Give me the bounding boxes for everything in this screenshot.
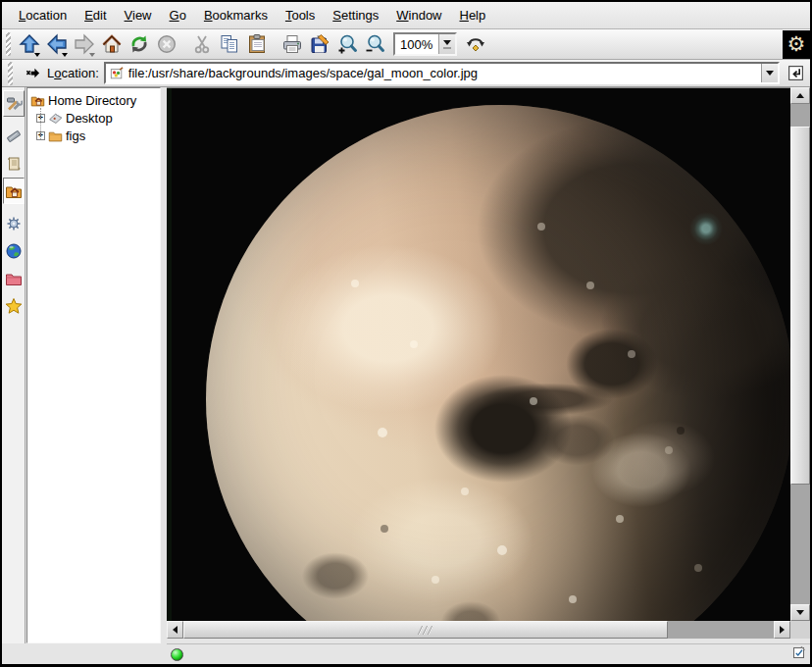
main-toolbar: 100% ⚙ bbox=[2, 29, 810, 60]
save-image-icon bbox=[309, 33, 330, 55]
scroll-left-button[interactable] bbox=[167, 621, 183, 639]
konqueror-window: Location Edit View Go Bookmarks Tools Se… bbox=[0, 0, 812, 667]
menu-go[interactable]: Go bbox=[161, 4, 195, 26]
panel-root-directory-button[interactable] bbox=[3, 265, 25, 291]
folder-tree-panel: Home Directory + Desktop + figs bbox=[26, 87, 161, 643]
rotate-button[interactable] bbox=[462, 30, 489, 59]
location-label: Location: bbox=[47, 66, 99, 80]
network-icon bbox=[5, 242, 23, 260]
arrow-left-icon bbox=[173, 626, 178, 634]
zoom-level-combo[interactable]: 100% bbox=[393, 32, 457, 56]
menu-window[interactable]: Window bbox=[387, 4, 450, 26]
menu-tools[interactable]: Tools bbox=[277, 4, 324, 26]
up-button[interactable] bbox=[16, 30, 43, 59]
toolbar-drag-handle[interactable] bbox=[6, 32, 11, 56]
moon-image bbox=[206, 105, 790, 621]
tree-item-label[interactable]: Desktop bbox=[66, 111, 113, 126]
locationbar-drag-handle[interactable] bbox=[8, 62, 13, 85]
clear-location-icon bbox=[25, 66, 40, 80]
stop-button bbox=[153, 30, 180, 59]
back-dropdown-caret[interactable] bbox=[62, 53, 68, 57]
scrollbar-corner bbox=[790, 621, 810, 639]
location-combobox[interactable]: file:/usr/share/backgrounds/images/space… bbox=[104, 62, 780, 84]
panel-bookmarks-button[interactable] bbox=[3, 292, 25, 319]
thumb-grip bbox=[428, 626, 433, 635]
up-dropdown-caret[interactable] bbox=[34, 53, 40, 57]
horizontal-scroll-thumb[interactable] bbox=[183, 621, 668, 639]
desktop-icon bbox=[48, 111, 63, 126]
tree-item-label[interactable]: Home Directory bbox=[48, 93, 136, 108]
location-dropdown-button[interactable] bbox=[761, 64, 778, 82]
combo-underline bbox=[443, 47, 451, 49]
home-button[interactable] bbox=[98, 30, 126, 59]
zoom-in-button[interactable] bbox=[333, 30, 361, 59]
status-bar bbox=[167, 643, 810, 664]
rotate-icon bbox=[465, 33, 486, 55]
save-image-button[interactable] bbox=[306, 30, 333, 59]
cut-button bbox=[188, 30, 216, 59]
status-led bbox=[171, 648, 183, 661]
forward-button bbox=[71, 30, 98, 59]
back-button[interactable] bbox=[43, 30, 71, 59]
view-note-icon[interactable] bbox=[792, 645, 806, 663]
scroll-up-button[interactable] bbox=[790, 87, 810, 104]
window-chrome: Location Edit View Go Bookmarks Tools Se… bbox=[2, 2, 810, 664]
panel-history-button[interactable] bbox=[3, 150, 25, 177]
menu-bar: Location Edit View Go Bookmarks Tools Se… bbox=[2, 2, 810, 29]
tree-guide-line bbox=[40, 108, 41, 139]
go-icon bbox=[787, 64, 805, 82]
image-view bbox=[167, 87, 790, 621]
menu-view[interactable]: View bbox=[116, 4, 161, 26]
tree-item-home-directory[interactable]: Home Directory bbox=[27, 91, 160, 109]
scroll-right-button[interactable] bbox=[774, 621, 790, 639]
menu-settings[interactable]: Settings bbox=[324, 4, 387, 26]
forward-dropdown-caret bbox=[89, 53, 95, 57]
menu-help[interactable]: Help bbox=[451, 4, 495, 26]
zoom-out-button[interactable] bbox=[361, 30, 388, 59]
go-button[interactable] bbox=[785, 63, 806, 84]
devices-icon bbox=[5, 128, 23, 145]
image-file-icon bbox=[110, 67, 124, 80]
navigation-panel-strip bbox=[2, 87, 25, 643]
panel-services-button[interactable] bbox=[3, 210, 25, 236]
tree-item-desktop[interactable]: + Desktop bbox=[27, 109, 160, 127]
zoom-combo-arrow[interactable] bbox=[438, 34, 455, 54]
arrow-up-icon bbox=[796, 93, 804, 98]
panel-network-button[interactable] bbox=[3, 237, 25, 264]
chevron-down-icon bbox=[766, 71, 774, 76]
folder-home-icon bbox=[30, 93, 45, 108]
konqueror-gear-logo[interactable]: ⚙ bbox=[783, 30, 810, 59]
print-button[interactable] bbox=[279, 30, 306, 59]
vertical-scrollbar[interactable] bbox=[790, 87, 810, 621]
reload-icon bbox=[128, 33, 150, 55]
folder-icon bbox=[48, 128, 63, 143]
chevron-down-icon bbox=[443, 40, 451, 45]
vertical-scroll-thumb[interactable] bbox=[790, 127, 810, 485]
zoom-in-icon bbox=[336, 33, 358, 55]
tree-item-label[interactable]: figs bbox=[66, 128, 85, 143]
clear-location-button[interactable] bbox=[23, 64, 42, 83]
configure-icon bbox=[5, 95, 23, 113]
panel-home-directory-button[interactable] bbox=[3, 178, 25, 204]
history-icon bbox=[5, 155, 23, 173]
panel-devices-button[interactable] bbox=[3, 123, 25, 149]
panel-configure-button[interactable] bbox=[3, 90, 25, 117]
menu-location[interactable]: Location bbox=[10, 4, 76, 26]
root-directory-icon bbox=[5, 270, 23, 287]
menu-bookmarks[interactable]: Bookmarks bbox=[195, 4, 277, 26]
copy-button[interactable] bbox=[216, 30, 243, 59]
horizontal-scrollbar[interactable] bbox=[167, 621, 790, 639]
reload-button[interactable] bbox=[126, 30, 153, 59]
zoom-level-value[interactable]: 100% bbox=[395, 34, 438, 54]
location-input[interactable]: file:/usr/share/backgrounds/images/space… bbox=[128, 66, 756, 80]
scroll-down-button[interactable] bbox=[790, 604, 810, 621]
moon-crater-speckles bbox=[206, 105, 210, 109]
location-toolbar: Location: file:/usr/share/backgrounds/im… bbox=[2, 60, 810, 87]
home-directory-icon bbox=[5, 182, 23, 200]
print-icon bbox=[281, 33, 303, 55]
paste-button[interactable] bbox=[243, 30, 271, 59]
menu-edit[interactable]: Edit bbox=[76, 4, 115, 26]
tree-item-figs[interactable]: + figs bbox=[27, 127, 160, 144]
copy-icon bbox=[219, 33, 240, 55]
services-icon bbox=[5, 215, 23, 232]
